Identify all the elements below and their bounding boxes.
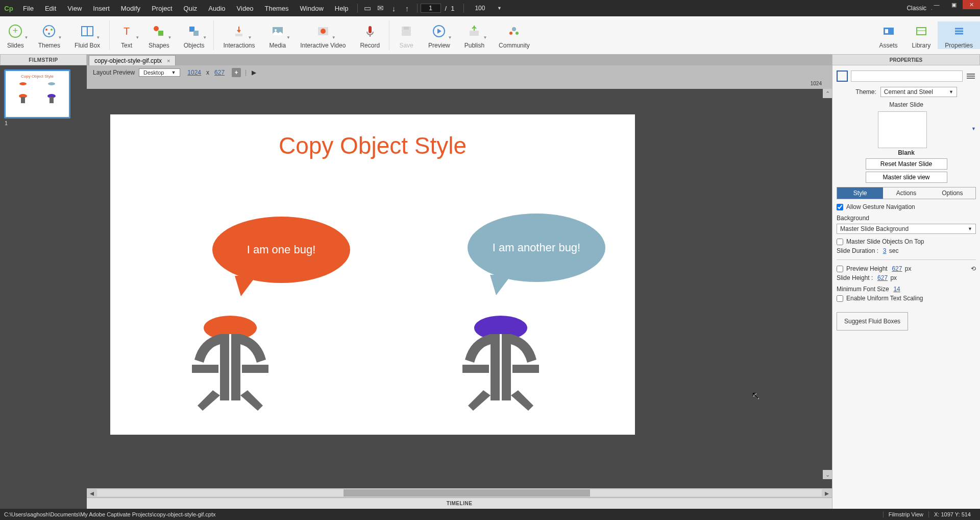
- bug-shape-1[interactable]: [172, 309, 289, 418]
- svg-rect-20: [404, 27, 409, 30]
- interactive-video-button[interactable]: ▼Interactive Video: [293, 21, 353, 49]
- slide-height-value[interactable]: 627: [877, 274, 888, 281]
- objects-button[interactable]: ▼Objects: [177, 21, 212, 49]
- filmstrip-panel: Copy Object Style 1: [0, 65, 87, 509]
- shapes-button[interactable]: ▼Shapes: [141, 21, 177, 49]
- properties-button[interactable]: Properties: [938, 21, 980, 49]
- speech-bubble-1[interactable]: I am one bug!: [212, 217, 350, 283]
- slide-duration-label: Slide Duration :: [837, 247, 878, 254]
- toolbar-ribbon: +▼Slides ▼Themes ▼Fluid Box T▼Text ▼Shap…: [0, 16, 980, 54]
- add-breakpoint-button[interactable]: +: [232, 68, 241, 77]
- bug-shape-2[interactable]: [442, 309, 559, 418]
- slides-button[interactable]: +▼Slides: [0, 21, 31, 49]
- slide-height-label: Slide Height :: [837, 274, 873, 281]
- master-view-button[interactable]: Master slide view: [866, 172, 947, 183]
- minimize-button[interactable]: —: [928, 0, 945, 9]
- community-button[interactable]: Community: [492, 21, 537, 49]
- master-slide-thumb[interactable]: [878, 111, 927, 148]
- master-objects-top-checkbox[interactable]: [837, 239, 843, 245]
- min-font-value[interactable]: 14: [893, 286, 900, 293]
- menu-edit[interactable]: Edit: [39, 5, 62, 12]
- preview-device-icon[interactable]: ▭: [361, 2, 374, 15]
- tab-style[interactable]: Style: [837, 187, 883, 199]
- tab-options[interactable]: Options: [929, 187, 975, 199]
- menu-file[interactable]: File: [17, 5, 39, 12]
- svg-rect-11: [193, 31, 199, 36]
- object-name-input[interactable]: [851, 70, 963, 82]
- close-button[interactable]: ✕: [963, 0, 980, 9]
- svg-point-23: [512, 27, 516, 31]
- themes-button[interactable]: ▼Themes: [31, 21, 67, 49]
- uniform-scaling-checkbox[interactable]: [837, 295, 843, 302]
- media-button[interactable]: ▼Media: [262, 21, 293, 49]
- document-tab-bar: copy-object-style-gif.cptx ×: [87, 54, 832, 65]
- zoom-dropdown-icon[interactable]: ▼: [493, 2, 506, 15]
- mail-icon[interactable]: ✉: [374, 2, 387, 15]
- thumb-title: Copy Object Style: [9, 74, 66, 79]
- link-height-icon[interactable]: ⟲: [971, 265, 976, 272]
- tab-actions[interactable]: Actions: [883, 187, 929, 199]
- svg-point-33: [19, 82, 27, 85]
- interactions-button[interactable]: ▼Interactions: [216, 21, 262, 49]
- menu-themes[interactable]: Themes: [259, 5, 295, 12]
- property-tabs: Style Actions Options: [837, 187, 976, 199]
- device-dropdown[interactable]: Desktop▼: [139, 68, 180, 77]
- library-button[interactable]: Library: [905, 21, 938, 49]
- page-current-input[interactable]: 1: [421, 4, 441, 13]
- panel-header-row: FILMSTRIP copy-object-style-gif.cptx × P…: [0, 54, 980, 65]
- master-dropdown-icon[interactable]: ▼: [971, 126, 976, 131]
- menu-help[interactable]: Help: [329, 5, 354, 12]
- maximize-button[interactable]: ▣: [945, 0, 963, 9]
- layout-preview-bar: Layout Preview Desktop▼ 1024 x 627 + | ▶: [87, 65, 832, 80]
- scroll-down-button[interactable]: ⌄: [823, 470, 832, 479]
- close-tab-icon[interactable]: ×: [167, 58, 170, 64]
- zoom-input[interactable]: 100: [467, 5, 493, 12]
- menu-project[interactable]: Project: [146, 5, 178, 12]
- width-value[interactable]: 1024: [187, 69, 201, 76]
- scroll-left-button[interactable]: ◂: [87, 488, 97, 498]
- speech-bubble-2[interactable]: I am another bug!: [468, 214, 605, 282]
- panel-menu-icon[interactable]: [966, 71, 976, 81]
- ruler-end: 1024: [811, 81, 822, 86]
- menu-insert[interactable]: Insert: [87, 5, 115, 12]
- slide-duration-value[interactable]: 3: [883, 247, 887, 254]
- background-dropdown[interactable]: Master Slide Background▼: [837, 224, 976, 234]
- menu-window[interactable]: Window: [295, 5, 329, 12]
- play-icon[interactable]: ▶: [252, 69, 256, 76]
- scroll-track[interactable]: [97, 489, 822, 497]
- slide-canvas[interactable]: Copy Object Style I am one bug! I am ano…: [110, 114, 635, 435]
- stage[interactable]: ⌃ ⌄ Copy Object Style I am one bug! I am…: [87, 89, 832, 488]
- timeline-header[interactable]: TIMELINE: [87, 498, 832, 509]
- text-button[interactable]: T▼Text: [112, 21, 141, 49]
- reset-master-button[interactable]: Reset Master Slide: [866, 158, 947, 170]
- scroll-right-button[interactable]: ▸: [822, 488, 832, 498]
- allow-gesture-checkbox[interactable]: [837, 204, 843, 210]
- download-icon[interactable]: ↓: [387, 2, 401, 15]
- preview-button[interactable]: ▼Preview: [421, 21, 457, 49]
- record-button[interactable]: Record: [353, 21, 387, 49]
- publish-button[interactable]: ▼Publish: [457, 21, 492, 49]
- upload-icon[interactable]: ↑: [401, 2, 414, 15]
- suggest-fluid-boxes-button[interactable]: Suggest Fluid Boxes: [837, 312, 908, 330]
- menu-quiz[interactable]: Quiz: [178, 5, 203, 12]
- menu-video[interactable]: Video: [231, 5, 259, 12]
- assets-button[interactable]: Assets: [872, 21, 905, 49]
- preview-height-value[interactable]: 627: [892, 265, 902, 272]
- menu-view[interactable]: View: [62, 5, 87, 12]
- preview-height-checkbox[interactable]: [837, 266, 843, 272]
- svg-text:T: T: [124, 26, 130, 37]
- slide-thumbnail-1[interactable]: Copy Object Style 1: [4, 69, 70, 119]
- height-value[interactable]: 627: [214, 69, 225, 76]
- theme-dropdown[interactable]: Cement and Steel▼: [880, 87, 957, 97]
- document-tab[interactable]: copy-object-style-gif.cptx ×: [89, 55, 176, 65]
- svg-point-8: [154, 26, 159, 31]
- svg-rect-27: [885, 29, 888, 33]
- menu-audio[interactable]: Audio: [203, 5, 231, 12]
- scroll-up-button[interactable]: ⌃: [823, 89, 832, 98]
- preview-height-label: Preview Height: [846, 265, 888, 272]
- horizontal-scrollbar[interactable]: ◂ ▸: [87, 488, 832, 498]
- fluidbox-button[interactable]: ▼Fluid Box: [67, 21, 107, 49]
- chevron-down-icon: ▼: [171, 70, 176, 75]
- menu-modify[interactable]: Modify: [115, 5, 146, 12]
- scroll-thumb[interactable]: [344, 489, 590, 497]
